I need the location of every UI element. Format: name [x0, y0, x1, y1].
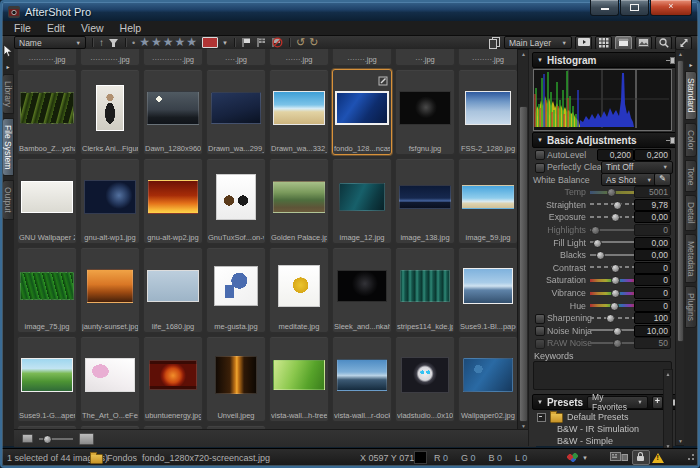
dropdown-perfectly-clear[interactable]: Tint Off▼	[601, 161, 673, 174]
grid-cell[interactable]: image_59.jpg	[458, 158, 517, 244]
grid-cell[interactable]: gnu-alt-wp2.jpg	[143, 158, 203, 244]
slider-straighten[interactable]	[590, 198, 638, 210]
checkbox-perfectly-clear[interactable]	[535, 163, 545, 173]
slider-contrast[interactable]	[590, 261, 638, 273]
value-fill-light[interactable]: 0,00	[634, 237, 671, 249]
color-label-swatch[interactable]	[202, 37, 218, 48]
right-tab-plugins[interactable]: Plugins	[685, 286, 697, 328]
checkbox-raw-noise[interactable]	[535, 339, 545, 349]
value-blacks[interactable]: 0,00	[634, 249, 671, 261]
grid-cell[interactable]: ···.jpg	[395, 49, 455, 66]
slider-knob[interactable]	[613, 201, 622, 210]
grid-cell[interactable]: fsfgnu.jpg	[395, 69, 455, 155]
slider-knob[interactable]	[591, 226, 600, 235]
grid-cell[interactable]: jaunty-sunset.jpg	[80, 247, 140, 333]
lock-settings-button[interactable]	[632, 450, 650, 465]
value-highlights[interactable]: 0	[634, 224, 671, 236]
grid-cell[interactable]: ubuntuenergy.jpg	[143, 336, 203, 422]
grid-cell[interactable]: The_Art_O...eFear.jpg	[80, 336, 140, 422]
menu-item-help[interactable]: Help	[112, 22, 150, 34]
current-folder[interactable]: Fondos	[90, 449, 137, 466]
color-management-button[interactable]: ▼	[567, 449, 588, 466]
slider-knob[interactable]	[607, 188, 616, 197]
grid-cell[interactable]: Suse9.1-Bl...papers.jpg	[458, 247, 517, 333]
grid-cell[interactable]: gnu-alt-wp1.jpg	[80, 158, 140, 244]
filter-funnel-icon[interactable]	[108, 38, 119, 48]
slider-knob[interactable]	[613, 339, 622, 348]
grid-cell[interactable]: ············.jpg	[143, 49, 203, 66]
add-preset-button[interactable]: +	[652, 396, 664, 409]
slider-highlights[interactable]	[590, 224, 638, 236]
thumbnail-size-knob[interactable]	[43, 435, 52, 444]
maximize-button[interactable]	[620, 0, 649, 16]
fullscreen-button[interactable]	[675, 36, 692, 50]
presets-filter-dropdown[interactable]: My Favorites▼	[587, 396, 648, 409]
slider-knob[interactable]	[611, 264, 620, 273]
dual-display-button[interactable]	[610, 449, 628, 466]
layer-selector-dropdown[interactable]: Main Layer▼	[504, 36, 572, 49]
grid-cell-selected[interactable]: fondo_128...ncast.jpg	[332, 69, 392, 155]
grid-cell[interactable]: Dawn_1280x960.jpg	[143, 69, 203, 155]
grid-cell[interactable]: image_138.jpg	[395, 158, 455, 244]
slider-hue[interactable]	[590, 299, 638, 311]
histogram-header[interactable]: ▼ Histogram	[532, 52, 681, 68]
slider-knob[interactable]	[610, 302, 619, 311]
star-rating-bar[interactable]: ★★★★★	[139, 37, 198, 48]
presets-header[interactable]: ▼ Presets My Favorites▼ +	[532, 394, 681, 410]
slider-knob[interactable]	[611, 213, 620, 222]
grid-cell[interactable]: Wallpaper02.jpg	[458, 336, 517, 422]
value-exposure[interactable]: 0,00	[634, 211, 671, 223]
collapse-right-panel-icon[interactable]: ▸	[689, 61, 692, 68]
slider-knob[interactable]	[611, 276, 620, 285]
sort-field-dropdown[interactable]: Name▼	[14, 36, 86, 49]
value-raw-noise[interactable]: 50	[634, 337, 671, 349]
left-tab-file-system[interactable]: File System	[2, 118, 14, 176]
minimize-button[interactable]	[590, 0, 619, 16]
left-tab-library[interactable]: Library	[2, 74, 14, 114]
grid-cell[interactable]: ···········.jpg	[80, 49, 140, 66]
grid-scrollbar-thumb[interactable]	[519, 106, 528, 422]
large-thumbnails-icon[interactable]	[79, 433, 94, 445]
right-tab-metadata[interactable]: Metadata	[685, 234, 697, 283]
value-contrast[interactable]: 0	[634, 262, 671, 274]
grid-cell[interactable]: image_75.jpg	[17, 247, 77, 333]
flag-pick-icon[interactable]	[241, 37, 252, 48]
grid-cell[interactable]: FSS-2_1280.jpg	[458, 69, 517, 155]
collapse-caret-icon[interactable]: ▼	[537, 137, 543, 143]
basic-adjustments-header[interactable]: ▼ Basic Adjustments	[532, 132, 681, 148]
slider-sharpening[interactable]	[590, 312, 638, 324]
collapse-caret-icon[interactable]: ▼	[537, 399, 543, 405]
grid-cell[interactable]: Drawn_wa...332_.jpg	[269, 69, 329, 155]
rotate-right-icon[interactable]: ↻	[309, 37, 318, 48]
grid-cell[interactable]: ····.jpg	[206, 49, 266, 66]
tree-collapse-icon[interactable]	[537, 413, 546, 422]
slider-knob[interactable]	[596, 251, 605, 260]
slider-noise-ninja[interactable]	[590, 324, 638, 336]
left-tab-output[interactable]: Output	[2, 180, 14, 220]
value-hue[interactable]: 0	[634, 300, 671, 312]
grid-cell[interactable]: meditate.jpg	[269, 247, 329, 333]
resize-grip[interactable]	[686, 454, 694, 462]
value-vibrance[interactable]: 0	[634, 287, 671, 299]
grid-cell[interactable]: Drawn_wa...299_.jpg	[206, 69, 266, 155]
right-tab-detail[interactable]: Detail	[685, 195, 697, 231]
value-noise-ninja[interactable]: 10,00	[634, 325, 671, 337]
checkbox-noise-ninja[interactable]	[535, 326, 545, 336]
preset-item-b-w-simple[interactable]: B&W - Simple	[533, 435, 671, 446]
flag-review-icon[interactable]	[256, 37, 267, 48]
grid-cell[interactable]: ········.jpg	[458, 49, 517, 66]
grid-cell[interactable]: life_1680.jpg	[143, 247, 203, 333]
menu-item-view[interactable]: View	[73, 22, 112, 34]
preset-item-b-w-ir-simulation[interactable]: B&W - IR Simulation	[533, 423, 671, 435]
grid-cell[interactable]: GnuTuxSof...on-v1.jpg	[206, 158, 266, 244]
grid-cell[interactable]: Sleek_and...nkahn.jpg	[332, 247, 392, 333]
grid-cell[interactable]: Suse9.1-G...apers.jpg	[17, 336, 77, 422]
thumbnail-grid[interactable]: ··········.jpg···········.jpg···········…	[14, 49, 517, 429]
slider-vibrance[interactable]	[590, 287, 638, 299]
value-straighten[interactable]: 9,78	[634, 199, 671, 211]
grid-cell[interactable]: vista-wall...h-tree.jpg	[269, 336, 329, 422]
menu-item-edit[interactable]: Edit	[39, 22, 73, 34]
grid-cell[interactable]: vista-wall...r-dock.jpg	[332, 336, 392, 422]
grid-cell[interactable]: ··········.jpg	[17, 49, 77, 66]
grid-cell[interactable]: GNU Wallpaper 2.jpg	[17, 158, 77, 244]
